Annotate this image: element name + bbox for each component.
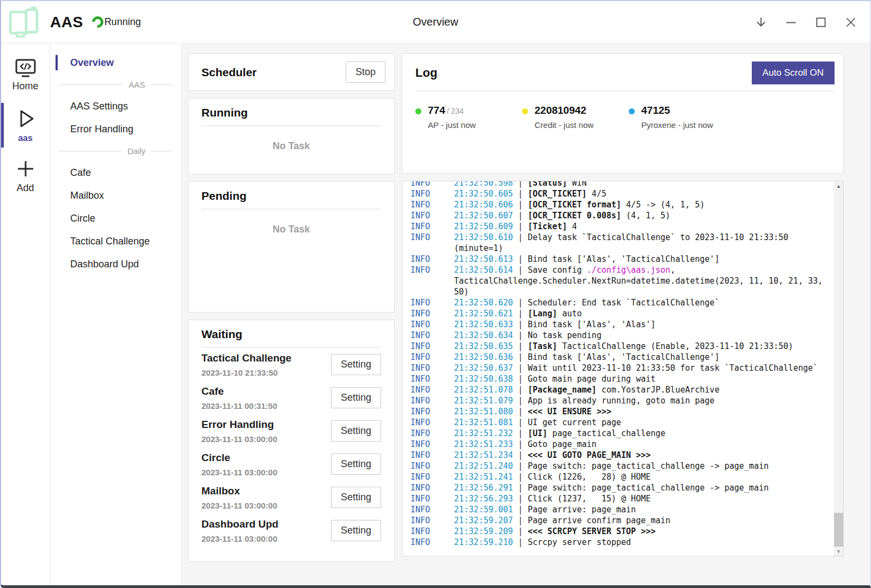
log-entry: INFO21:32:50.620 | Scheduler: End task `… bbox=[410, 297, 834, 308]
log-timestamp: 21:32:51.240 bbox=[454, 461, 513, 471]
log-timestamp: 21:32:56.293 bbox=[454, 494, 513, 504]
log-level: INFO bbox=[410, 482, 454, 493]
log-scrollbar[interactable]: ▲ ▼ bbox=[834, 181, 843, 556]
stat-value: 47125 bbox=[641, 105, 713, 117]
log-message-segment: Goto page_main bbox=[527, 439, 596, 449]
menu-item-circle[interactable]: Circle bbox=[50, 207, 181, 230]
menu-item-tactical-challenge[interactable]: Tactical Challenge bbox=[50, 230, 181, 253]
rail-item-aas[interactable]: aas bbox=[1, 103, 50, 148]
log-separator: | bbox=[513, 309, 527, 318]
scrollbar-track[interactable] bbox=[834, 191, 843, 547]
auto-scroll-toggle-button[interactable]: Auto Scroll ON bbox=[752, 62, 835, 84]
log-separator: | bbox=[513, 385, 527, 395]
log-message-segment: Bind task ['Alas', 'TacticalChallenge'] bbox=[527, 254, 719, 264]
maximize-button[interactable] bbox=[806, 8, 836, 37]
waiting-task-row: Error Handling2023-11-11 03:00:00Setting bbox=[201, 414, 381, 448]
log-message-segment: Bind task ['Alas', 'TacticalChallenge'] bbox=[527, 352, 719, 362]
task-setting-button[interactable]: Setting bbox=[331, 354, 381, 375]
running-title: Running bbox=[201, 106, 381, 119]
log-message-segment: com.YostarJP.BlueArchive bbox=[597, 385, 720, 395]
log-lines: INFO21:32:50.598 | [Status] WININFO21:32… bbox=[402, 181, 834, 556]
minimize-button[interactable] bbox=[776, 8, 806, 37]
log-message: 21:32:56.293 | Click (1237, 15) @ HOME bbox=[454, 493, 824, 504]
task-setting-button[interactable]: Setting bbox=[331, 520, 381, 541]
log-message: 21:32:50.598 | [Status] WIN bbox=[454, 181, 824, 188]
log-message-segment: <<< UI GOTO PAGE_MAIN >>> bbox=[527, 450, 651, 460]
log-timestamp: 21:32:50.614 bbox=[454, 265, 513, 275]
pending-empty-text: No Task bbox=[201, 224, 381, 235]
rail-item-home[interactable]: Home bbox=[1, 54, 50, 96]
log-entry: INFO21:32:51.241 | Click (1226, 28) @ HO… bbox=[410, 471, 834, 482]
log-separator: | bbox=[513, 211, 527, 220]
log-level: INFO bbox=[410, 439, 454, 450]
log-message: 21:32:59.001 | Page arrive: page_main bbox=[454, 504, 824, 515]
log-message: 21:32:50.614 | Save config ./config\aas.… bbox=[454, 265, 824, 297]
log-message-segment: Save config bbox=[527, 265, 586, 275]
scheduler-stop-button[interactable]: Stop bbox=[346, 62, 385, 83]
task-name: Dashboard Upd bbox=[201, 518, 278, 530]
log-message: 21:32:50.634 | No task pending bbox=[454, 330, 824, 341]
close-button[interactable] bbox=[836, 8, 866, 37]
log-entry: INFO21:32:50.634 | No task pending bbox=[410, 330, 834, 341]
log-entry: INFO21:32:50.613 | Bind task ['Alas', 'T… bbox=[410, 254, 834, 265]
log-timestamp: 21:32:51.232 bbox=[454, 428, 513, 438]
log-message: 21:32:51.233 | Goto page_main bbox=[454, 439, 824, 450]
log-entry: INFO21:32:59.210 | Scrcpy server stopped bbox=[410, 537, 834, 548]
log-message: 21:32:50.637 | Wait until 2023-11-10 21:… bbox=[454, 363, 824, 373]
task-name: Cafe bbox=[201, 385, 277, 397]
log-level: INFO bbox=[410, 341, 454, 352]
divider bbox=[415, 90, 835, 91]
left-column: Scheduler Stop Running No Task Pending N… bbox=[188, 53, 395, 562]
log-message-segment: <<< UI ENSURE >>> bbox=[527, 407, 611, 416]
menu-item-cafe[interactable]: Cafe bbox=[50, 161, 181, 184]
log-level: INFO bbox=[410, 199, 454, 210]
log-level: INFO bbox=[410, 265, 454, 297]
log-message: 21:32:56.291 | Page switch: page_tactica… bbox=[454, 482, 824, 493]
log-entry: INFO21:32:50.621 | [Lang] auto bbox=[410, 308, 834, 319]
log-message-segment: page_tactical_challenge bbox=[548, 428, 666, 438]
task-setting-button[interactable]: Setting bbox=[331, 487, 381, 508]
task-setting-button[interactable]: Setting bbox=[331, 454, 381, 475]
rail-item-add[interactable]: Add bbox=[1, 154, 50, 198]
scrollbar-thumb[interactable] bbox=[834, 513, 843, 547]
scroll-down-arrow-icon[interactable]: ▼ bbox=[834, 547, 843, 556]
log-entry: INFO21:32:51.080 | <<< UI ENSURE >>> bbox=[410, 406, 834, 417]
menu-item-mailbox[interactable]: Mailbox bbox=[50, 184, 181, 207]
waiting-title: Waiting bbox=[201, 328, 381, 341]
log-entry: INFO21:32:50.598 | [Status] WIN bbox=[410, 181, 834, 188]
task-info: Dashboard Upd2023-11-11 03:00:00 bbox=[201, 518, 278, 543]
waiting-task-row: Cafe2023-11-11 00:31:50Setting bbox=[201, 381, 381, 414]
divider bbox=[201, 125, 381, 126]
task-name: Error Handling bbox=[201, 419, 277, 431]
log-level: INFO bbox=[410, 210, 454, 221]
task-setting-button[interactable]: Setting bbox=[331, 420, 381, 442]
collapse-window-button[interactable] bbox=[746, 8, 776, 37]
task-info: Mailbox2023-11-11 03:00:00 bbox=[201, 485, 277, 510]
log-level: INFO bbox=[410, 308, 454, 319]
menu-item-dashboard-upd[interactable]: Dashboard Upd bbox=[50, 253, 181, 275]
menu-item-error-handling[interactable]: Error Handling bbox=[50, 118, 181, 140]
stat-text: 774/ 234AP - just now bbox=[428, 105, 476, 130]
menu-item-aas-settings[interactable]: AAS Settings bbox=[50, 95, 181, 118]
log-level: INFO bbox=[410, 428, 454, 439]
log-timestamp: 21:32:56.291 bbox=[454, 483, 513, 493]
menu-item-overview[interactable]: Overview bbox=[50, 51, 181, 74]
log-entry: INFO21:32:56.291 | Page switch: page_tac… bbox=[410, 482, 834, 493]
log-header: Log Auto Scroll ON bbox=[415, 62, 835, 84]
log-message: 21:32:50.606 | [OCR_TICKET format] 4/5 -… bbox=[454, 199, 824, 210]
log-separator: | bbox=[513, 298, 527, 308]
log-entry: INFO21:32:50.609 | [Ticket] 4 bbox=[410, 221, 834, 232]
rail-item-label: Home bbox=[12, 81, 38, 92]
log-message: 21:32:50.633 | Bind task ['Alas', 'Alas'… bbox=[454, 319, 824, 330]
play-icon bbox=[13, 106, 38, 131]
log-level: INFO bbox=[410, 254, 454, 265]
scroll-up-arrow-icon[interactable]: ▲ bbox=[834, 181, 843, 191]
divider bbox=[201, 209, 381, 210]
log-message-segment: No task pending bbox=[527, 330, 601, 340]
log-message: 21:32:59.207 | Page arrive confirm page_… bbox=[454, 515, 824, 526]
stat-dot-icon bbox=[629, 108, 635, 114]
log-message: 21:32:50.605 | [OCR_TICKET] 4/5 bbox=[454, 188, 824, 199]
log-entry: INFO21:32:50.635 | [Task] TacticalChalle… bbox=[410, 341, 834, 352]
log-message-segment: Page switch: page_tactical_challenge -> … bbox=[527, 483, 769, 493]
task-setting-button[interactable]: Setting bbox=[331, 387, 381, 408]
